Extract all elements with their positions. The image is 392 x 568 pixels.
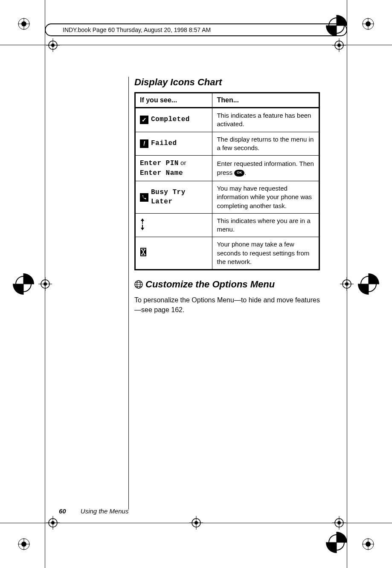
globe-icon <box>134 280 143 289</box>
svg-point-1 <box>21 21 26 26</box>
table-row: Enter PIN or Enter Name Enter requested … <box>135 156 319 181</box>
press-suffix: . <box>244 169 246 176</box>
svg-point-19 <box>44 282 47 286</box>
or-text: or <box>179 159 186 166</box>
section-heading-customize: Customize the Options Menu <box>134 279 320 290</box>
book-header: INDY.book Page 60 Thursday, August 20, 1… <box>45 23 347 36</box>
table-row: ! Failed The display returns to the menu… <box>135 132 319 156</box>
svg-point-0 <box>18 18 29 29</box>
row-desc: Enter requested information. Then press … <box>212 156 319 181</box>
enter-pin-label: Enter PIN <box>140 159 179 167</box>
table-header-left: If you see... <box>135 93 212 108</box>
busy-label: Busy Try Later <box>151 188 208 206</box>
section-heading-icons-chart: Display Icons Chart <box>134 77 320 88</box>
row-desc: This indicates where you are in a menu. <box>212 213 319 237</box>
section1-heading-text: Display Icons Chart <box>134 77 222 88</box>
page-footer: 60 Using the Menus <box>59 507 128 515</box>
failed-label: Failed <box>151 139 177 148</box>
svg-point-6 <box>363 539 374 550</box>
crosshair-large-icon <box>13 273 34 295</box>
svg-point-24 <box>361 276 376 292</box>
vertical-scroll-icon <box>140 218 145 230</box>
crop-line-left <box>45 0 45 568</box>
icons-chart-table: If you see... Then... ✓ Completed This i… <box>134 92 320 270</box>
row-desc: Your phone may take a few seconds to req… <box>212 237 319 270</box>
table-row: Busy Try Later You may have requested in… <box>135 181 319 214</box>
page-number: 60 <box>59 507 66 515</box>
svg-point-7 <box>366 542 371 547</box>
ok-key-icon: OK <box>234 170 244 177</box>
svg-point-3 <box>366 21 371 26</box>
row-desc: The display returns to the menu in a few… <box>212 132 319 156</box>
svg-point-8 <box>49 41 57 49</box>
reg-mark-decoration <box>18 18 30 30</box>
table-row: This indicates where you are in a menu. <box>135 213 319 237</box>
svg-point-25 <box>329 535 344 550</box>
crosshair-icon <box>46 38 60 52</box>
exclamation-icon: ! <box>140 139 148 148</box>
header-text: INDY.book Page 60 Thursday, August 20, 1… <box>63 26 211 33</box>
crop-line-right <box>347 0 347 568</box>
svg-point-23 <box>16 276 31 292</box>
crosshair-large-icon <box>326 532 347 553</box>
content-divider <box>128 77 129 510</box>
svg-point-5 <box>21 542 26 547</box>
svg-point-18 <box>41 280 49 288</box>
hourglass-icon <box>140 248 147 256</box>
body-paragraph: To personalize the Options Menu—to hide … <box>134 295 320 315</box>
row-desc: This indicates a feature has been activa… <box>212 108 319 132</box>
svg-point-10 <box>335 41 343 49</box>
table-row: Your phone may take a few seconds to req… <box>135 237 319 270</box>
row-desc: You may have requested information while… <box>212 181 319 214</box>
svg-point-9 <box>51 43 55 47</box>
crop-line-top <box>0 45 392 45</box>
enter-name-label: Enter Name <box>140 169 183 177</box>
press-prefix: Enter requested information. Then press <box>217 160 314 176</box>
svg-point-4 <box>18 539 29 550</box>
phone-busy-icon <box>140 193 148 202</box>
crop-line-bottom <box>0 523 392 523</box>
completed-label: Completed <box>151 115 190 125</box>
svg-point-2 <box>363 18 374 29</box>
footer-title: Using the Menus <box>81 507 129 515</box>
checkmark-icon: ✓ <box>140 116 148 124</box>
crosshair-icon <box>332 38 346 52</box>
section2-heading-text: Customize the Options Menu <box>145 279 275 290</box>
reg-mark-decoration <box>18 538 30 550</box>
reg-mark-decoration <box>362 18 374 30</box>
page-content: Display Icons Chart If you see... Then..… <box>134 77 320 315</box>
reg-mark-decoration <box>362 538 374 550</box>
table-row: ✓ Completed This indicates a feature has… <box>135 108 319 132</box>
svg-point-11 <box>337 43 341 47</box>
table-header-right: Then... <box>212 93 319 108</box>
crosshair-icon <box>38 277 52 291</box>
crosshair-large-icon <box>358 273 379 295</box>
svg-rect-26 <box>142 223 143 224</box>
